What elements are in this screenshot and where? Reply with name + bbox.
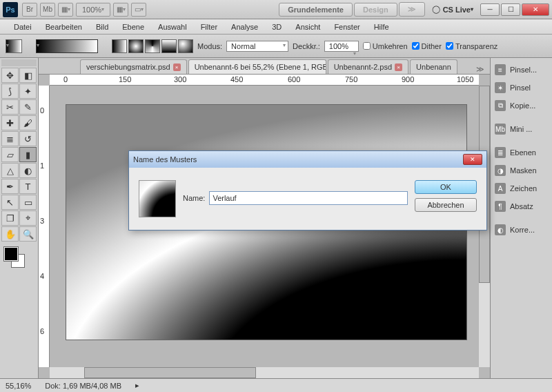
marquee-tool[interactable]: ◧: [19, 68, 37, 83]
panel-label: Kopie...: [510, 101, 535, 110]
menu-ebene[interactable]: Ebene: [115, 21, 151, 33]
eyedropper-tool[interactable]: ✎: [19, 99, 37, 115]
panel-tab-masks[interactable]: ◑Masken: [492, 161, 551, 179]
screen-mode-button[interactable]: ▭: [131, 3, 146, 17]
close-icon[interactable]: ×: [395, 63, 402, 71]
gradient-angle-button[interactable]: [145, 39, 160, 53]
panel-tab-clone[interactable]: ⧉Kopie...: [492, 97, 551, 115]
panel-dock: ≡Pinsel... ✶Pinsel ⧉Kopie... MbMini ... …: [490, 58, 552, 378]
3d-camera-tool[interactable]: ⌖: [19, 210, 37, 226]
panel-tab-paragraph[interactable]: ¶Absatz: [492, 197, 551, 215]
status-menu-arrow[interactable]: ▸: [135, 381, 139, 390]
blur-tool[interactable]: △: [1, 163, 19, 178]
document-tab-label: Unbenann: [416, 63, 451, 71]
panel-tab-minibridge[interactable]: MbMini ...: [492, 120, 551, 138]
stamp-tool[interactable]: ≣: [1, 131, 19, 146]
status-doc-info[interactable]: Dok: 1,69 MB/4,08 MB: [45, 382, 121, 390]
history-brush-tool[interactable]: ↺: [19, 131, 37, 146]
hand-tool[interactable]: ✋: [1, 226, 19, 242]
pattern-name-dialog: Name des Musters ✕ Name: OK Abbrechen: [128, 150, 487, 231]
healing-tool[interactable]: ✚: [1, 115, 19, 130]
dodge-tool[interactable]: ◐: [19, 163, 37, 178]
reverse-checkbox[interactable]: Umkehren: [363, 42, 408, 50]
adjustments-icon: ◐: [495, 224, 506, 235]
pattern-name-input[interactable]: [209, 191, 408, 205]
menu-analyse[interactable]: Analyse: [224, 21, 265, 33]
menu-3d[interactable]: 3D: [265, 21, 288, 33]
menu-ansicht[interactable]: Ansicht: [288, 21, 327, 33]
menu-fenster[interactable]: Fenster: [327, 21, 366, 33]
window-minimize-button[interactable]: ─: [480, 3, 500, 16]
blend-mode-select[interactable]: Normal: [226, 41, 288, 52]
minibridge-button[interactable]: Mb: [40, 3, 55, 17]
menu-datei[interactable]: Datei: [7, 21, 39, 33]
lasso-tool[interactable]: ⟆: [1, 84, 19, 99]
document-tab-label: Unbenannt-2.psd: [334, 63, 392, 71]
gradient-reflected-button[interactable]: [161, 39, 177, 53]
horizontal-scrollbar[interactable]: [50, 367, 479, 378]
dither-checkbox[interactable]: Dither: [412, 42, 442, 50]
panel-label: Absatz: [510, 202, 533, 210]
workspace-switch-primary[interactable]: Grundelemente: [279, 3, 353, 17]
panel-tab-adjustments[interactable]: ◐Korre...: [492, 221, 551, 239]
view-extras-button[interactable]: ▦: [58, 3, 73, 17]
foreground-color-swatch[interactable]: [4, 247, 18, 261]
transparency-checkbox[interactable]: Transparenz: [446, 42, 497, 50]
status-zoom[interactable]: 55,16%: [6, 382, 31, 390]
menu-bearbeiten[interactable]: Bearbeiten: [39, 21, 89, 33]
gradient-tool[interactable]: ▮: [19, 147, 37, 162]
move-tool[interactable]: ✥: [1, 68, 19, 83]
brush-icon: ✶: [495, 82, 506, 93]
document-tab[interactable]: Unbenann: [410, 59, 457, 74]
tab-overflow-button[interactable]: ≫: [471, 65, 490, 74]
menu-auswahl[interactable]: Auswahl: [151, 21, 194, 33]
shape-tool[interactable]: ▭: [19, 195, 37, 210]
menu-hilfe[interactable]: Hilfe: [367, 21, 396, 33]
status-bar: 55,16% Dok: 1,69 MB/4,08 MB ▸: [0, 378, 552, 392]
zoom-level-select[interactable]: 100%: [76, 3, 110, 17]
eraser-tool[interactable]: ▱: [1, 147, 19, 162]
ok-button[interactable]: OK: [415, 180, 477, 194]
tool-preset-picker[interactable]: [6, 39, 22, 53]
magic-wand-tool[interactable]: ✦: [19, 84, 37, 99]
gradient-diamond-button[interactable]: [178, 39, 193, 53]
document-tab[interactable]: Unbenannt-2.psd×: [328, 59, 408, 74]
panel-label: Korre...: [510, 226, 535, 234]
bridge-button[interactable]: Br: [22, 3, 37, 17]
crop-tool[interactable]: ✂: [1, 99, 19, 115]
opacity-select[interactable]: 100%: [324, 41, 359, 52]
3d-tool[interactable]: ❐: [1, 210, 19, 226]
panel-tab-character[interactable]: AZeichen: [492, 179, 551, 197]
panel-tab-brush-presets[interactable]: ≡Pinsel...: [492, 61, 551, 79]
workspace-switch-secondary[interactable]: Design: [354, 3, 397, 17]
window-close-button[interactable]: ✕: [522, 3, 549, 16]
toolbox-grip[interactable]: [1, 59, 37, 66]
document-tab[interactable]: Unbenannt-6 bei 55,2% (Ebene 1, RGB/8) *…: [188, 59, 326, 74]
dialog-titlebar[interactable]: Name des Musters ✕: [129, 151, 486, 168]
gradient-linear-button[interactable]: [112, 39, 127, 53]
gradient-radial-button[interactable]: [128, 39, 144, 53]
menu-filter[interactable]: Filter: [194, 21, 224, 33]
zoom-tool[interactable]: 🔍: [19, 226, 37, 242]
brush-tool[interactable]: 🖌: [19, 115, 37, 130]
arrange-documents-button[interactable]: ▦: [113, 3, 128, 17]
type-tool[interactable]: T: [19, 179, 37, 194]
document-tab[interactable]: verschiebungsmatrix.psd×: [80, 59, 187, 74]
clone-icon: ⧉: [495, 100, 506, 111]
pen-tool[interactable]: ✒: [1, 179, 19, 194]
dialog-close-button[interactable]: ✕: [463, 154, 482, 165]
workspace-more-button[interactable]: ≫: [399, 2, 425, 17]
reverse-label: Umkehren: [373, 42, 408, 50]
scrollbar-thumb[interactable]: [84, 367, 256, 378]
cs-live-button[interactable]: CS Live: [432, 5, 473, 14]
cancel-button[interactable]: Abbrechen: [415, 198, 477, 212]
window-maximize-button[interactable]: ☐: [501, 3, 520, 16]
path-select-tool[interactable]: ↖: [1, 195, 19, 210]
menu-bild[interactable]: Bild: [89, 21, 115, 33]
gradient-picker[interactable]: [36, 39, 98, 53]
panel-tab-layers[interactable]: ≣Ebenen: [492, 144, 551, 161]
panel-tab-brush[interactable]: ✶Pinsel: [492, 79, 551, 97]
panel-label: Masken: [510, 166, 537, 175]
document-tabs: verschiebungsmatrix.psd× Unbenannt-6 bei…: [39, 58, 490, 75]
close-icon[interactable]: ×: [173, 63, 181, 71]
